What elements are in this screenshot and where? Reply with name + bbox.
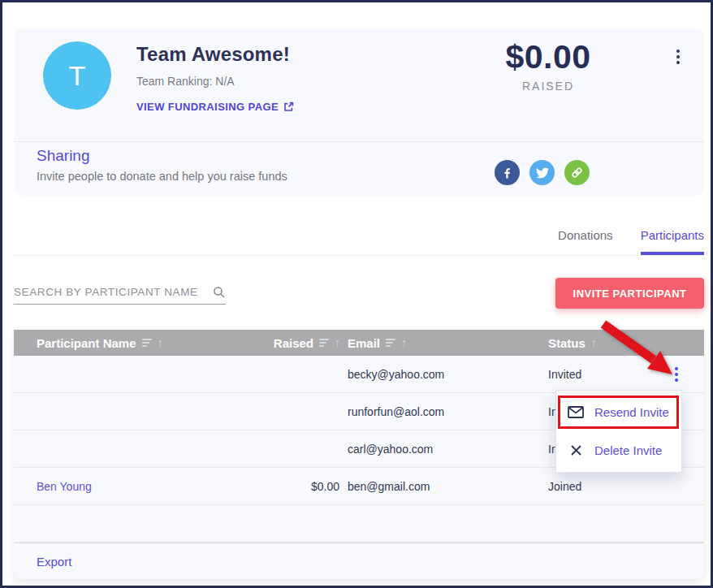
facebook-icon xyxy=(500,166,514,179)
cell-email: carl@yahoo.com xyxy=(344,443,534,456)
filter-icon[interactable] xyxy=(319,339,329,347)
team-avatar: T xyxy=(43,41,111,110)
filter-icon[interactable] xyxy=(386,339,395,347)
cell-raised: $0.00 xyxy=(262,480,344,493)
x-icon xyxy=(568,444,584,456)
team-ranking: Team Ranking: N/A xyxy=(136,75,294,88)
cell-email: becky@yahoo.com xyxy=(344,368,534,381)
table-row: Ben Young$0.00ben@gmail.comJoined xyxy=(14,468,704,505)
column-label: Participant Name xyxy=(37,336,136,350)
table-header-row: Participant Name↑Raised↑Email↑Status↑ xyxy=(14,330,704,356)
sort-ascending-icon[interactable]: ↑ xyxy=(401,337,407,348)
facebook-share-button[interactable] xyxy=(495,160,520,185)
tab-bar: DonationsParticipants xyxy=(14,210,704,256)
view-fundraising-page-label: VIEW FUNDRAISING PAGE xyxy=(136,101,279,113)
sort-ascending-icon[interactable]: ↑ xyxy=(335,337,340,348)
column-header-email[interactable]: Email↑ xyxy=(344,336,534,350)
filter-icon[interactable] xyxy=(142,339,152,347)
sort-ascending-icon[interactable]: ↑ xyxy=(158,337,163,348)
twitter-share-button[interactable] xyxy=(529,160,555,185)
cell-email: ben@gmail.com xyxy=(344,480,534,493)
row-kebab-menu-icon[interactable] xyxy=(672,364,681,385)
cell-status: Joined xyxy=(534,480,648,493)
table-row: becky@yahoo.comInvited xyxy=(14,356,704,393)
header-divider xyxy=(14,141,704,142)
sharing-title: Sharing xyxy=(37,147,287,165)
share-link-icon xyxy=(570,166,584,179)
column-label: Status xyxy=(548,336,586,350)
export-link[interactable]: Export xyxy=(37,555,71,569)
raised-amount: $0.00 xyxy=(475,38,621,76)
copy-link-share-button[interactable] xyxy=(564,160,590,185)
menu-item-resend-invite[interactable]: Resend Invite xyxy=(556,393,681,431)
envelope-icon xyxy=(568,406,584,418)
participant-search[interactable] xyxy=(14,280,226,305)
cell-participant-name: Ben Young xyxy=(14,480,262,493)
avatar-letter: T xyxy=(69,60,86,92)
twitter-icon xyxy=(536,166,549,179)
menu-item-label: Resend Invite xyxy=(594,405,669,419)
invite-participant-button[interactable]: INVITE PARTICIPANT xyxy=(555,278,704,309)
cell-email: runforfun@aol.com xyxy=(344,405,534,418)
table-footer: Export xyxy=(14,543,704,579)
search-icon xyxy=(213,286,226,299)
sharing-subtitle: Invite people to donate and help you rai… xyxy=(37,170,287,183)
raised-label: RAISED xyxy=(475,80,621,93)
row-context-menu: Resend InviteDelete Invite xyxy=(555,390,682,473)
column-label: Raised xyxy=(274,336,313,350)
menu-item-delete-invite[interactable]: Delete Invite xyxy=(556,431,681,469)
tab-donations[interactable]: Donations xyxy=(558,228,613,255)
sharing-section: Sharing Invite people to donate and help… xyxy=(37,147,287,183)
cell-status: Invited xyxy=(534,368,648,381)
sort-ascending-icon[interactable]: ↑ xyxy=(591,337,597,348)
view-fundraising-page-link[interactable]: VIEW FUNDRAISING PAGE xyxy=(136,101,294,113)
social-share-buttons xyxy=(495,160,590,185)
column-header-raised[interactable]: Raised↑ xyxy=(262,336,344,350)
table-row xyxy=(14,505,704,543)
raised-summary: $0.00 RAISED xyxy=(475,38,621,93)
cell-actions xyxy=(648,364,704,385)
card-kebab-menu-icon[interactable] xyxy=(673,46,683,67)
menu-item-label: Delete Invite xyxy=(594,443,662,457)
search-input[interactable] xyxy=(14,286,211,298)
team-header-card: T Team Awesome! Team Ranking: N/A VIEW F… xyxy=(14,28,704,196)
page-title: Team Awesome! xyxy=(136,43,294,66)
team-info: Team Awesome! Team Ranking: N/A VIEW FUN… xyxy=(136,43,294,113)
team-fundraising-page: T Team Awesome! Team Ranking: N/A VIEW F… xyxy=(0,0,713,588)
column-header-status[interactable]: Status↑ xyxy=(534,336,648,350)
column-label: Email xyxy=(348,336,380,350)
external-link-icon xyxy=(283,102,294,112)
column-header-participant-name[interactable]: Participant Name↑ xyxy=(14,336,262,350)
participant-name-link[interactable]: Ben Young xyxy=(37,480,92,493)
tab-participants[interactable]: Participants xyxy=(641,228,704,255)
